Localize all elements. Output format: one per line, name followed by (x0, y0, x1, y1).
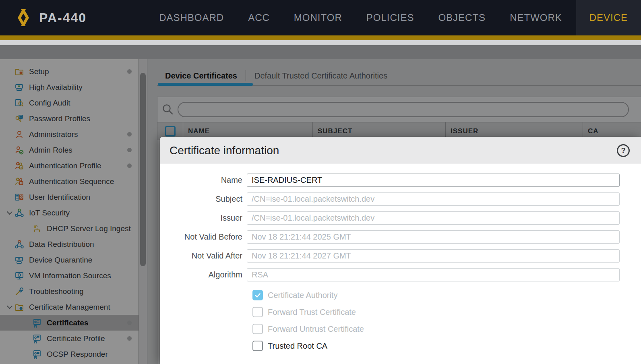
not-valid-before-input (247, 230, 620, 244)
certificate-information-dialog: Certificate information ? NameSubjectIss… (160, 137, 641, 364)
dialog-body: NameSubjectIssuerNot Valid BeforeNot Val… (160, 164, 641, 351)
dialog-checkboxes: Certificate AuthorityForward Trust Certi… (160, 290, 641, 351)
field-row-algorithm: Algorithm (160, 268, 641, 281)
trusted-root-ca-checkbox[interactable] (252, 341, 263, 351)
not-valid-before-label: Not Valid Before (160, 232, 247, 242)
name-label: Name (160, 176, 247, 185)
help-icon[interactable]: ? (617, 144, 630, 157)
forward-trust-certificate-checkbox (252, 307, 263, 317)
forward-untrust-certificate-checkbox (252, 324, 263, 334)
forward-untrust-certificate-checkbox-label: Forward Untrust Certificate (268, 325, 364, 334)
nav-item-dashboard[interactable]: DASHBOARD (147, 0, 236, 35)
nav-item-device[interactable]: DEVICE (576, 0, 641, 35)
subject-input (247, 192, 620, 206)
issuer-input (247, 211, 620, 225)
trusted-root-ca-checkbox-label: Trusted Root CA (268, 341, 327, 351)
nav-item-policies[interactable]: POLICIES (354, 0, 426, 35)
top-nav: PA-440 DASHBOARDACCMONITORPOLICIESOBJECT… (0, 0, 641, 40)
palo-alto-logo-icon (14, 8, 33, 27)
field-row-subject: Subject (160, 192, 641, 206)
nav-item-network[interactable]: NETWORK (498, 0, 574, 35)
checkbox-row-forward-trust-certificate: Forward Trust Certificate (252, 307, 641, 317)
certificate-authority-checkbox (252, 290, 263, 300)
brand: PA-440 (14, 0, 87, 35)
subject-label: Subject (160, 194, 247, 204)
checkbox-row-forward-untrust-certificate: Forward Untrust Certificate (252, 324, 641, 334)
nav-item-acc[interactable]: ACC (236, 0, 282, 35)
top-nav-items: DASHBOARDACCMONITORPOLICIESOBJECTSNETWOR… (147, 0, 641, 35)
dialog-title: Certificate information (170, 144, 279, 157)
field-row-issuer: Issuer (160, 211, 641, 225)
dialog-fields: NameSubjectIssuerNot Valid BeforeNot Val… (160, 174, 641, 281)
forward-trust-certificate-checkbox-label: Forward Trust Certificate (268, 308, 356, 317)
field-row-name: Name (160, 174, 641, 187)
not-valid-after-label: Not Valid After (160, 251, 247, 261)
algorithm-label: Algorithm (160, 270, 247, 279)
app-area: SetupHigh AvailabilityConfig AuditPasswo… (0, 45, 641, 364)
field-row-not-valid-after: Not Valid After (160, 249, 641, 263)
nav-item-monitor[interactable]: MONITOR (282, 0, 354, 35)
issuer-label: Issuer (160, 213, 247, 223)
checkbox-row-certificate-authority: Certificate Authority (252, 290, 641, 300)
device-model-label: PA-440 (39, 10, 87, 25)
checkbox-row-trusted-root-ca: Trusted Root CA (252, 341, 641, 351)
dialog-header: Certificate information ? (160, 137, 641, 164)
algorithm-input (247, 268, 620, 281)
name-input[interactable] (247, 174, 620, 187)
field-row-not-valid-before: Not Valid Before (160, 230, 641, 244)
nav-item-objects[interactable]: OBJECTS (426, 0, 498, 35)
certificate-authority-checkbox-label: Certificate Authority (268, 291, 337, 300)
not-valid-after-input (247, 249, 620, 263)
